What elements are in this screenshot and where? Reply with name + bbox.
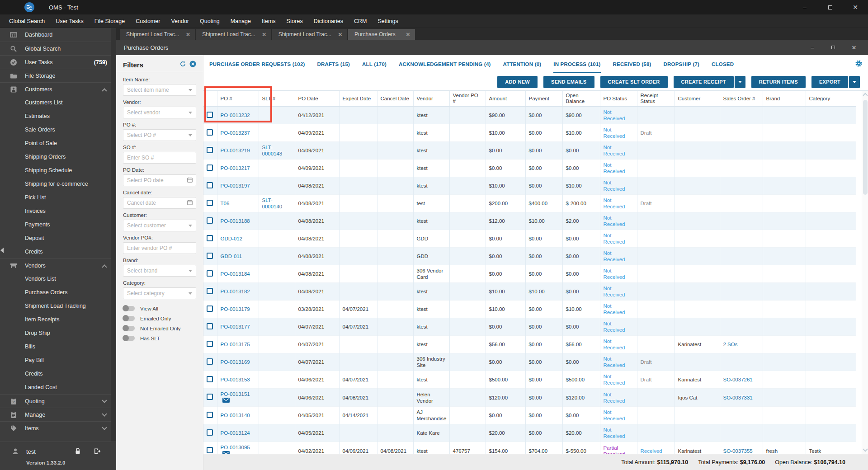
tab-in-process-101[interactable]: IN PROCESS (101): [553, 55, 600, 73]
sidebar-item-purchase-orders[interactable]: Purchase Orders: [0, 286, 116, 299]
sidebar-item-shipment-load-tracking[interactable]: Shipment Load Tracking: [0, 299, 116, 313]
menu-item-file-storage[interactable]: File Storage: [89, 14, 130, 28]
sidebar-item-credits[interactable]: Credits: [0, 367, 116, 381]
toggle-view-all[interactable]: View All: [123, 304, 196, 313]
sidebar-item-vendors-list[interactable]: Vendors List: [0, 272, 116, 286]
sidebar-item-customers-list[interactable]: Customers List: [0, 96, 116, 109]
toggle-has-slt[interactable]: Has SLT: [123, 334, 196, 343]
po-number-link[interactable]: PO-0013175: [221, 342, 250, 347]
row-checkbox[interactable]: [207, 306, 213, 312]
sales-order-link[interactable]: 2 SOs: [723, 342, 738, 347]
menu-item-customer[interactable]: Customer: [130, 14, 165, 28]
filter-input-vendor[interactable]: Select vendor: [123, 107, 196, 118]
create-receipt-dropdown-button[interactable]: [735, 76, 745, 88]
sidebar-item-item-receipts[interactable]: Item Receipts: [0, 313, 116, 326]
toggle-not-emailed-only[interactable]: Not Emailed Only: [123, 324, 196, 333]
filter-input-item-name[interactable]: Select item name: [123, 84, 196, 96]
filter-input-so[interactable]: Enter SO #: [123, 152, 196, 164]
slt-number-link[interactable]: SLT-0000140: [262, 197, 283, 209]
po-number-link[interactable]: PO-0013169: [221, 359, 250, 365]
sidebar-item-landed-cost[interactable]: Landed Cost: [0, 381, 116, 394]
tab-close-icon[interactable]: ✕: [338, 31, 343, 38]
po-number-link[interactable]: PO-0013219: [221, 148, 250, 153]
po-number-link[interactable]: GDD-012: [221, 236, 243, 241]
window-restore-button[interactable]: [817, 0, 843, 14]
scroll-up-icon[interactable]: [863, 93, 868, 98]
row-checkbox[interactable]: [207, 323, 213, 329]
chevron-down-icon[interactable]: [102, 398, 107, 403]
tab-drafts-15[interactable]: DRAFTS (15): [317, 55, 350, 73]
menu-item-crm[interactable]: CRM: [349, 14, 372, 28]
po-number-link[interactable]: PO-0013184: [221, 271, 250, 277]
create-slt-order-button[interactable]: CREATE SLT ORDER: [600, 76, 668, 88]
sidebar-collapse-arrow-icon[interactable]: [0, 248, 4, 253]
document-tab-shipment-load-tracking-1[interactable]: Shipment Load Trac...✕: [120, 29, 195, 40]
toggle-switch[interactable]: [123, 306, 135, 311]
sidebar-item-global-search[interactable]: Global Search: [0, 42, 116, 55]
sidebar-item-shipping-for-e-commerce[interactable]: Shipping for e-commerce: [0, 177, 116, 191]
toggle-emailed-only[interactable]: Emailed Only: [123, 314, 196, 323]
sales-order-link[interactable]: SO-0037331: [723, 395, 753, 400]
tab-all-170[interactable]: ALL (170): [362, 55, 387, 73]
chevron-down-icon[interactable]: [189, 292, 192, 295]
sidebar-item-user-tasks[interactable]: User Tasks(759): [0, 55, 116, 69]
toggle-switch[interactable]: [123, 316, 135, 321]
chevron-down-icon[interactable]: [102, 425, 107, 430]
calendar-icon[interactable]: [187, 176, 193, 184]
menu-item-vendor[interactable]: Vendor: [165, 14, 194, 28]
row-checkbox[interactable]: [207, 270, 213, 277]
sidebar-item-deposit[interactable]: Deposit: [0, 231, 116, 245]
tab-close-icon[interactable]: ✕: [185, 31, 190, 38]
menu-item-items[interactable]: Items: [256, 14, 281, 28]
tab-purchase-order-requests-102[interactable]: PURCHASE ORDER REQUESTS (102): [209, 55, 305, 73]
row-checkbox[interactable]: [207, 217, 213, 224]
row-checkbox[interactable]: [207, 394, 213, 400]
sidebar-item-quoting[interactable]: ?Quoting: [0, 394, 116, 408]
chevron-up-icon[interactable]: [102, 264, 107, 269]
send-emails-button[interactable]: SEND EMAILS: [543, 76, 594, 88]
chevron-down-icon[interactable]: [189, 225, 192, 227]
sidebar-item-estimates[interactable]: Estimates: [0, 109, 116, 123]
sidebar-item-shipping-schedule[interactable]: Shipping Schedule: [0, 164, 116, 177]
panel-restore-button[interactable]: [825, 42, 842, 53]
sidebar-item-manage[interactable]: Manage: [0, 408, 116, 421]
po-number-link[interactable]: PO-0013151: [221, 391, 250, 397]
tab-attention-0[interactable]: ATTENTION (0): [503, 55, 542, 73]
add-new-button[interactable]: ADD NEW: [497, 76, 538, 88]
po-number-link[interactable]: PO-0013217: [221, 165, 250, 171]
logout-icon[interactable]: [94, 448, 101, 455]
document-tab-shipment-load-tracking-3[interactable]: Shipment Load Trac...✕: [272, 29, 347, 40]
lock-icon[interactable]: [75, 448, 82, 455]
po-number-link[interactable]: PO-0013182: [221, 289, 250, 294]
row-checkbox[interactable]: [207, 341, 213, 347]
chevron-up-icon[interactable]: [102, 88, 107, 93]
menu-item-dictionaries[interactable]: Dictionaries: [308, 14, 349, 28]
vertical-scrollbar[interactable]: [862, 91, 868, 454]
row-checkbox[interactable]: [207, 182, 213, 188]
sidebar-item-sale-orders[interactable]: Sale Orders: [0, 123, 116, 136]
sidebar-item-vendors[interactable]: Vendors: [0, 258, 116, 272]
po-number-link[interactable]: PO-0013232: [221, 113, 250, 118]
chevron-down-icon[interactable]: [189, 270, 192, 272]
filter-input-category[interactable]: Select category: [123, 287, 196, 299]
sidebar-item-items[interactable]: Items: [0, 421, 116, 435]
sidebar-item-file-storage[interactable]: File Storage: [0, 69, 116, 82]
po-number-link[interactable]: PO-0013237: [221, 130, 250, 136]
sidebar-item-pick-list[interactable]: Pick List: [0, 191, 116, 204]
sidebar-item-dashboard[interactable]: Dashboard: [0, 28, 116, 42]
sidebar-item-payments[interactable]: Payments: [0, 218, 116, 231]
menu-item-stores[interactable]: Stores: [281, 14, 308, 28]
filter-input-brand[interactable]: Select brand: [123, 265, 196, 277]
tab-dropship-7[interactable]: DROPSHIP (7): [664, 55, 700, 73]
row-checkbox[interactable]: [207, 112, 213, 118]
document-tab-shipment-load-tracking-2[interactable]: Shipment Load Trac...✕: [196, 29, 271, 40]
menu-item-user-tasks[interactable]: User Tasks: [50, 14, 89, 28]
chevron-down-icon[interactable]: [189, 112, 192, 114]
po-number-link[interactable]: PO-0013188: [221, 218, 250, 224]
row-checkbox[interactable]: [207, 447, 213, 453]
panel-close-button[interactable]: ✕: [845, 42, 863, 53]
create-receipt-button[interactable]: CREATE RECEIPT: [674, 76, 734, 88]
chevron-down-icon[interactable]: [102, 411, 107, 416]
row-checkbox[interactable]: [207, 147, 213, 153]
po-number-link[interactable]: PO-0013140: [221, 413, 250, 418]
